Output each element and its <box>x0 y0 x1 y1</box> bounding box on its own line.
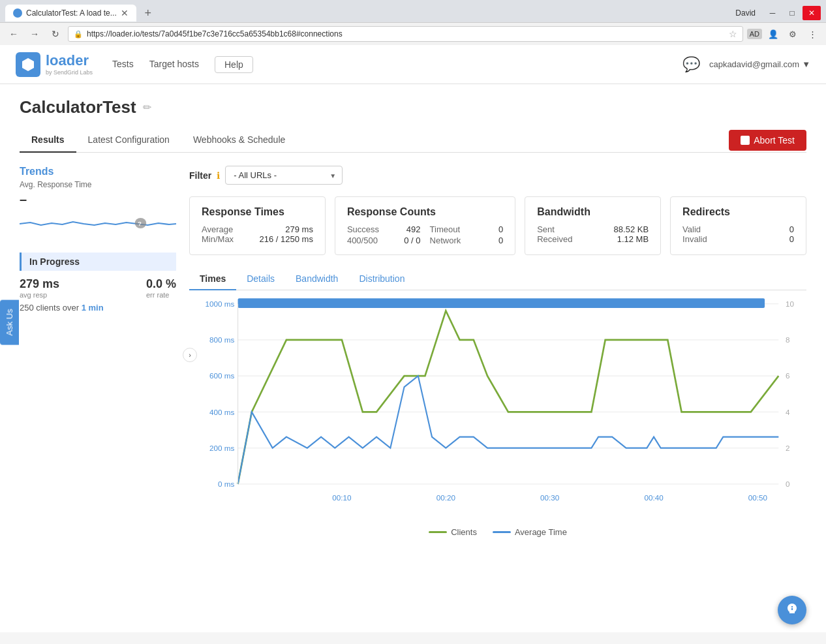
metric-val-network: 0 <box>498 236 503 245</box>
metric-val-invalid: 0 <box>789 234 794 244</box>
extension-btn-1[interactable]: AD <box>747 29 762 39</box>
legend-clients: Clients <box>429 527 477 537</box>
tab-results[interactable]: Results <box>20 128 76 153</box>
svg-text:00:10: 00:10 <box>332 493 352 502</box>
user-menu[interactable]: capkadavid@gmail.com ▼ <box>709 59 810 69</box>
chart-legend: Clients Average Time <box>189 527 806 537</box>
browser-chrome: CalculatorTest: A load te... ✕ + David ─… <box>0 0 826 45</box>
svg-text:800 ms: 800 ms <box>209 335 234 344</box>
trends-title: Trends <box>20 166 176 177</box>
chart-tab-times[interactable]: Times <box>189 268 236 290</box>
browser-toolbar: ← → ↻ 🔒 https://loader.io/tests/7a0d45f1… <box>0 22 826 45</box>
maximize-button[interactable]: □ <box>783 6 801 20</box>
tab-latest-config[interactable]: Latest Configuration <box>76 128 181 153</box>
metric-val-400500: 0 / 0 <box>404 236 420 245</box>
svg-text:00:30: 00:30 <box>540 493 560 502</box>
err-rate-stat: 0.0 % err rate <box>146 277 176 299</box>
toolbar-icons: AD 👤 ⚙ ⋮ <box>747 25 821 42</box>
page-title: CalculatorTest <box>20 97 136 117</box>
content-area: Trends Avg. Response Time – ? In Progres… <box>20 153 806 544</box>
metric-title-response-counts: Response Counts <box>347 206 503 218</box>
bookmark-icon[interactable]: ☆ <box>729 29 737 39</box>
forward-button[interactable]: → <box>26 25 43 42</box>
metric-card-bandwidth: Bandwidth Sent 88.52 KB Received 1.12 MB <box>525 196 661 255</box>
nav-target-hosts[interactable]: Target hosts <box>149 56 199 73</box>
metric-key-minmax: Min/Max <box>202 234 234 244</box>
metric-key-average: Average <box>202 224 233 234</box>
avg-resp-label: avg resp <box>20 291 59 299</box>
user-accounts-icon[interactable]: 👤 <box>765 25 782 42</box>
abort-btn-label: Abort Test <box>754 135 795 146</box>
metric-val-timeout: 0 <box>498 224 503 234</box>
svg-text:600 ms: 600 ms <box>209 371 234 380</box>
metrics-row: Response Times Average 279 ms Min/Max 21… <box>189 196 806 255</box>
metric-key-sent: Sent <box>537 224 555 234</box>
reload-button[interactable]: ↻ <box>47 25 64 42</box>
close-button[interactable]: ✕ <box>803 6 821 20</box>
nav-tests[interactable]: Tests <box>112 56 134 73</box>
chat-icon[interactable]: 💬 <box>682 56 700 73</box>
chart-tabs: Times Details Bandwidth Distribution <box>189 268 806 290</box>
tab-title: CalculatorTest: A load te... <box>26 8 117 18</box>
tab-webhooks[interactable]: Webhooks & Schedule <box>181 128 297 153</box>
app-header: loader by SendGrid Labs Tests Target hos… <box>0 45 826 84</box>
browser-tab[interactable]: CalculatorTest: A load te... ✕ <box>5 5 136 22</box>
menu-icon[interactable]: ⋮ <box>804 25 821 42</box>
metric-row-valid: Valid 0 <box>682 224 794 234</box>
clients-text: 250 clients over <box>20 303 82 313</box>
metric-key-received: Received <box>537 234 572 244</box>
svg-text:2: 2 <box>786 444 790 452</box>
metric-row-minmax: Min/Max 216 / 1250 ms <box>202 234 313 244</box>
svg-text:1000 ms: 1000 ms <box>205 299 234 308</box>
svg-rect-8 <box>238 298 765 308</box>
svg-text:4: 4 <box>786 408 790 416</box>
legend-clients-label: Clients <box>451 527 477 537</box>
metric-row-average: Average 279 ms <box>202 224 313 234</box>
err-rate-label: err rate <box>146 291 176 299</box>
nav-help[interactable]: Help <box>215 56 253 73</box>
chart-tab-details[interactable]: Details <box>236 268 285 290</box>
metric-val-success: 492 <box>406 224 421 234</box>
help-bubble-button[interactable] <box>778 596 806 624</box>
legend-avg-time-label: Average Time <box>515 527 567 537</box>
svg-text:400 ms: 400 ms <box>209 408 234 416</box>
legend-clients-line <box>429 531 447 533</box>
chart-tab-distribution[interactable]: Distribution <box>348 268 415 290</box>
new-tab-button[interactable]: + <box>139 4 157 22</box>
url-display: https://loader.io/tests/7a0d45f1be7c3e71… <box>87 29 725 38</box>
clients-info: 250 clients over 1 min <box>20 303 176 313</box>
svg-text:200 ms: 200 ms <box>209 444 234 452</box>
metric-val-minmax: 216 / 1250 ms <box>260 234 313 244</box>
main-content: CalculatorTest ✏ Results Latest Configur… <box>0 84 826 557</box>
metric-row-sent: Sent 88.52 KB <box>537 224 649 234</box>
metric-row-timeout: 400/500 Timeout 0 <box>430 224 504 234</box>
svg-text:10: 10 <box>786 299 794 308</box>
left-sidebar: Trends Avg. Response Time – ? In Progres… <box>20 166 189 544</box>
tab-close-button[interactable]: ✕ <box>121 8 129 18</box>
metric-title-redirects: Redirects <box>682 206 794 218</box>
metric-key-invalid: Invalid <box>682 234 707 244</box>
svg-text:0 ms: 0 ms <box>218 480 234 488</box>
metric-key-400500: 400/500 <box>347 236 378 245</box>
chart-tab-bandwidth[interactable]: Bandwidth <box>285 268 348 290</box>
trends-value: – <box>20 192 176 207</box>
ask-us-tab[interactable]: Ask Us <box>0 299 19 345</box>
svg-text:6: 6 <box>786 371 790 380</box>
metric-row-network: Network 0 <box>430 236 504 245</box>
filter-select[interactable]: - All URLs - <box>225 166 343 185</box>
metric-row-400500: 400/500 0 / 0 <box>347 236 421 245</box>
logo-text: loader by SendGrid Labs <box>46 53 93 75</box>
edit-icon[interactable]: ✏ <box>143 101 151 114</box>
back-button[interactable]: ← <box>5 25 22 42</box>
address-bar[interactable]: 🔒 https://loader.io/tests/7a0d45f1be7c3e… <box>68 26 743 42</box>
secure-icon: 🔒 <box>74 30 83 38</box>
minimize-button[interactable]: ─ <box>763 6 782 20</box>
extensions-icon[interactable]: ⚙ <box>784 25 801 42</box>
abort-test-button[interactable]: Abort Test <box>729 130 806 151</box>
right-content: Filter ℹ - All URLs - Response Times Av <box>189 166 806 544</box>
metric-val-average: 279 ms <box>285 224 313 234</box>
help-bubble-icon <box>784 602 800 618</box>
err-rate-val: 0.0 % <box>146 277 176 291</box>
metric-row-received: Received 1.12 MB <box>537 234 649 244</box>
svg-text:00:20: 00:20 <box>436 493 456 502</box>
